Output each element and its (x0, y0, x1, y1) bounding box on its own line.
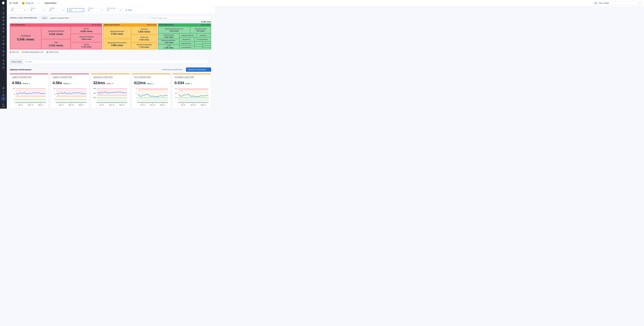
treemap-cell[interactable]: /signup3.72k views (71, 42, 102, 49)
treemap-cell[interactable]: /profile-edit2.19k views (132, 35, 157, 42)
sidebar-item-synthetics[interactable] (0, 46, 7, 49)
treemap-cell[interactable]: /profile/acc... (197, 33, 211, 37)
svg-text:2: 2 (14, 99, 14, 100)
optimize-performance-button[interactable]: Optimize Performance → (186, 67, 211, 72)
treemap-cell-empty[interactable] (203, 46, 211, 47)
treemap-cell-empty[interactable] (203, 47, 211, 49)
snowflake-tile (2, 97, 5, 101)
svg-text:Mon 15: Mon 15 (150, 104, 155, 106)
sidebar-item-history[interactable] (0, 11, 7, 15)
sidebar-item-service-catalog[interactable] (0, 66, 7, 69)
datadog-logo[interactable] (0, 0, 7, 6)
treemap-cell[interactable]: /profile-payment1.21k views (158, 33, 179, 39)
select-page-control[interactable]: Select Page ▼ (10, 59, 211, 64)
legend-label: Needs Improvement <=4s (24, 51, 43, 53)
page-title: Optimization (44, 2, 56, 4)
sidebar-item-apm[interactable] (0, 19, 7, 22)
card-chart: >0.250.30.20.1Sat 13Mon 15Wed 17 (174, 86, 209, 107)
metric-selector-label: Metric (41, 16, 48, 20)
integrations-icon (2, 86, 5, 89)
treemap-cell[interactable]: /department/bedding1.75k views (132, 43, 157, 49)
treemap-cell[interactable]: /config1.23k views (158, 44, 179, 49)
treemap-cell[interactable]: /department/home-decor4.85k views (103, 39, 131, 49)
rum-app[interactable]: RUM (9, 2, 18, 4)
legend-item[interactable]: Poor >4s (10, 51, 18, 53)
caret-down-icon: ▼ (70, 17, 71, 18)
legend-item[interactable]: Good <=2.5s (47, 51, 58, 53)
treemap-cell[interactable]: /department/sofas5.15k views (103, 27, 131, 39)
card-title[interactable]: Largest Contentful Paint (12, 76, 32, 79)
filter-session-type[interactable]: Session Type user ▼ (67, 8, 84, 12)
sidebar-item-logs[interactable] (0, 38, 7, 42)
treemap-cell-name: /checkout (21, 34, 30, 37)
sidebar-item-help[interactable]: Help (2, 102, 5, 109)
search-input[interactable] (152, 17, 210, 19)
sidebar-item-bits-ai[interactable] (0, 90, 7, 93)
sidebar-item-security[interactable] (0, 49, 7, 53)
card-value: 412ms (134, 81, 146, 85)
card-title[interactable]: Cumulative Layout Shift (174, 76, 194, 79)
treemap-cell-empty[interactable] (194, 47, 202, 49)
treemap-cell-name: /account/notificat... (196, 39, 209, 40)
treemap-cell[interactable]: /checkout3.81k views (132, 27, 157, 34)
treemap-cell[interactable]: /department... (180, 38, 194, 41)
add-filter-button[interactable]: + Filter (126, 9, 132, 11)
performance-dashboard-link[interactable]: Performance Dashboard (162, 68, 182, 71)
filter-version[interactable]: Version All ▼ (48, 8, 65, 12)
treemap-cell[interactable]: /account/settin... (180, 46, 194, 49)
page-search[interactable] (148, 16, 211, 20)
filter-country[interactable]: Country All ▼ (86, 8, 103, 12)
treemap-cell[interactable]: /department/chairs4.31k views (42, 27, 70, 39)
filter-label: Version (49, 7, 55, 9)
treemap-cell[interactable]: /profile4.25k views (71, 27, 102, 34)
filter-label: Session Type (68, 7, 78, 9)
treemap-cell-empty[interactable] (194, 42, 202, 44)
sidebar-item-rum[interactable] (0, 42, 7, 46)
treemap-cell-empty[interactable] (194, 44, 202, 46)
service-selector[interactable]: JS Shop.ist (22, 2, 40, 4)
sidebar-item-metrics[interactable] (0, 15, 7, 19)
card-title[interactable]: Interaction to Next Paint (93, 76, 113, 79)
help-label: Help (2, 106, 5, 107)
sidebar-item-workspaces[interactable] (0, 93, 7, 97)
treemap-cell[interactable]: /cart4.31k views (42, 39, 70, 49)
card-value: 4.56s (12, 81, 21, 85)
sidebar-item-debug[interactable] (0, 58, 7, 62)
sidebar-item-snowflake[interactable] (0, 97, 7, 101)
sidebar-item-notebooks[interactable] (0, 26, 7, 30)
sidebar-item-service-map[interactable] (0, 30, 7, 33)
filter-env[interactable]: Env All ▼ (10, 8, 27, 12)
treemap-cell[interactable]: /department/chairs/product?1.87k views (158, 27, 190, 33)
treemap-cell[interactable]: /department/lighting/...1.12k views (158, 39, 179, 44)
treemap-cell[interactable]: /department/so... (180, 42, 194, 45)
metric-selector[interactable]: Metric Largest Contentful Paint ▼ (41, 16, 73, 20)
metric-card-2: Largest Contentful Paint 4.56s 334ms ↘ >… (50, 73, 89, 108)
card-title[interactable]: First Contentful Paint (134, 76, 151, 79)
js-badge: JS (22, 2, 24, 4)
treemap-cell[interactable]: /account/notificat... (195, 38, 211, 41)
sidebar-item-ci-visibility[interactable] (0, 53, 7, 57)
sidebar-item-developer-tools[interactable] (0, 62, 7, 66)
filter-service[interactable]: Service All ▼ (29, 8, 46, 12)
legend-item[interactable]: Needs Improvement <=4s (22, 51, 43, 53)
treemap-cell-empty[interactable] (203, 42, 211, 43)
treemap-cell-name: /department/lighting (79, 36, 94, 38)
treemap-cell-views: 1.75k views (139, 46, 149, 48)
sidebar-item-integrations[interactable] (0, 86, 7, 90)
card-title[interactable]: Largest Contentful Paint (52, 76, 72, 79)
sidebar-item-search[interactable] (0, 6, 7, 10)
treemap-cell[interactable]: /checkout5.54k views (10, 27, 41, 49)
treemap-cell[interactable]: /department/sofas1.67 views (190, 27, 211, 33)
select-page-input[interactable] (23, 61, 206, 63)
treemap-cell-empty[interactable] (203, 44, 211, 45)
legend-label: Good <=2.5s (49, 51, 58, 53)
treemap-cell[interactable]: /department/beddi... (180, 33, 196, 37)
metric-card-5: Cumulative Layout Shift 0.034 0.002 ↘ >0… (172, 73, 211, 108)
treemap-cell-name: /department/chairs/product? (165, 28, 184, 29)
filter-device-type[interactable]: Device Type All ▼ (106, 8, 122, 12)
treemap-cell[interactable]: /department/lighting3.85k views (71, 34, 102, 42)
sidebar-item-infrastructure[interactable] (0, 35, 7, 38)
card-delta: 334ms ↘ (22, 82, 30, 85)
sidebar-item-watchdog[interactable] (0, 22, 7, 26)
metrics-icon (2, 16, 5, 18)
